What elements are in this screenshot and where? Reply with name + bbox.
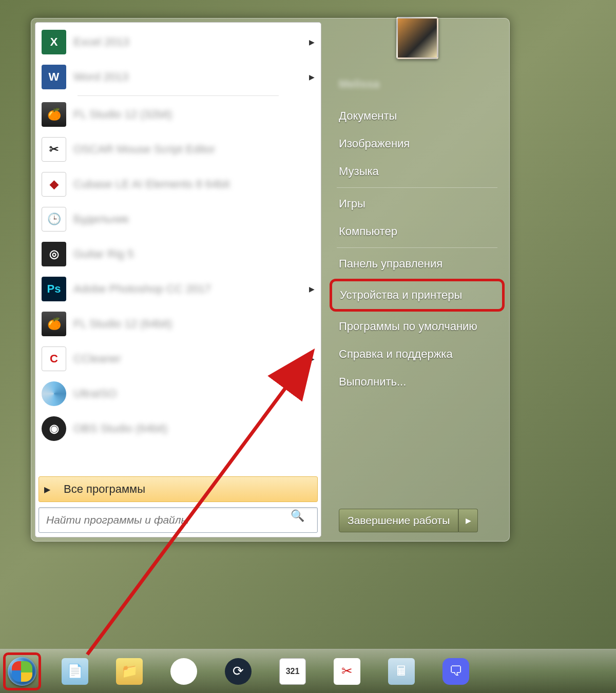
taskbar-app-icon: 📄 — [62, 658, 88, 685]
program-icon: 🍊 — [42, 312, 66, 336]
start-button[interactable] — [3, 652, 41, 690]
nav-pictures[interactable]: Изображения — [329, 130, 506, 158]
separator — [337, 187, 497, 188]
taskbar-app-icon: ✂ — [334, 658, 360, 685]
program-icon: ◎ — [42, 242, 66, 266]
submenu-arrow-icon: ▶ — [309, 38, 315, 46]
prog-word[interactable]: WWord 2013▶ — [36, 60, 320, 94]
shutdown-group: Завершение работы ▶ — [339, 509, 478, 532]
submenu-arrow-icon: ▶ — [309, 285, 315, 293]
program-label: Будильник — [73, 213, 315, 226]
taskbar-app-icon: ⟳ — [225, 658, 252, 685]
start-menu-left-pane: XExcel 2013▶WWord 2013▶🍊FL Studio 12 (32… — [35, 22, 321, 537]
all-programs-button[interactable]: ▶ Все программы — [38, 476, 318, 502]
nav-music[interactable]: Музыка — [329, 158, 506, 185]
prog-ccleaner[interactable]: CCCleaner▶ — [36, 341, 320, 376]
program-label: Adobe Photoshop CC 2017 — [73, 282, 306, 296]
taskbar-app-icon: 321 — [279, 658, 306, 685]
nav-help[interactable]: Справка и поддержка — [329, 340, 506, 368]
program-icon: X — [42, 30, 66, 54]
prog-photoshop[interactable]: PsAdobe Photoshop CC 2017▶ — [36, 272, 320, 306]
all-programs-label: Все программы — [64, 483, 145, 496]
program-icon: 🕒 — [42, 207, 66, 232]
submenu-arrow-icon: ▶ — [309, 355, 315, 363]
program-label: Cubase LE AI Elements 8 64bit — [73, 178, 315, 191]
chevron-right-icon: ▶ — [44, 485, 50, 494]
prog-guitarrig[interactable]: ◎Guitar Rig 5 — [36, 237, 320, 272]
program-label: Guitar Rig 5 — [73, 247, 315, 261]
user-name-label[interactable]: Melissa — [329, 73, 506, 95]
tb-steam[interactable]: ⟳ — [213, 654, 264, 689]
tb-discord[interactable]: 🗨 — [430, 654, 482, 689]
nav-computer[interactable]: Компьютер — [329, 218, 506, 245]
prog-oscar[interactable]: ✂OSCAR Mouse Script Editor — [36, 132, 320, 167]
nav-run[interactable]: Выполнить... — [329, 368, 506, 396]
prog-cubase[interactable]: ◆Cubase LE AI Elements 8 64bit — [36, 167, 320, 202]
program-icon — [42, 381, 66, 406]
search-container: 🔍 — [38, 507, 318, 533]
prog-obs[interactable]: ◉OBS Studio (64bit) — [36, 411, 320, 446]
program-icon: ✂ — [42, 137, 66, 162]
start-menu-right-pane: Melissa ДокументыИзображенияМузыкаИгрыКо… — [329, 22, 506, 537]
separator — [78, 95, 279, 96]
taskbar-app-icon: ◉ — [170, 658, 197, 685]
tb-chrome[interactable]: ◉ — [158, 654, 209, 689]
taskbar-app-icon: 📁 — [116, 658, 143, 685]
program-label: FL Studio 12 (64bit) — [73, 317, 315, 331]
program-icon: W — [42, 65, 66, 89]
program-icon: ◉ — [42, 416, 66, 441]
nav-documents[interactable]: Документы — [329, 102, 506, 130]
program-icon: ◆ — [42, 172, 66, 197]
start-menu: XExcel 2013▶WWord 2013▶🍊FL Studio 12 (32… — [31, 18, 510, 542]
separator — [337, 247, 497, 248]
nav-devices-printers[interactable]: Устройства и принтеры — [330, 279, 505, 312]
tb-snip[interactable]: ✂ — [321, 654, 373, 689]
program-label: UltraISO — [73, 387, 315, 400]
program-icon: 🍊 — [42, 102, 66, 127]
prog-ultraiso[interactable]: UltraISO — [36, 376, 320, 411]
program-label: FL Studio 12 (32bit) — [73, 108, 315, 121]
program-icon: C — [42, 346, 66, 371]
program-label: Word 2013 — [73, 70, 306, 84]
prog-excel[interactable]: XExcel 2013▶ — [36, 25, 320, 60]
prog-alarm[interactable]: 🕒Будильник — [36, 202, 320, 237]
nav-control-panel[interactable]: Панель управления — [329, 250, 506, 278]
shutdown-button[interactable]: Завершение работы — [339, 509, 458, 532]
search-icon[interactable]: 🔍 — [291, 509, 304, 523]
taskbar-app-icon: 🗨 — [442, 658, 469, 685]
taskbar-app-icon: 🖩 — [388, 658, 415, 685]
shutdown-options-button[interactable]: ▶ — [458, 509, 478, 532]
tb-calc[interactable]: 🖩 — [376, 654, 427, 689]
program-label: Excel 2013 — [73, 35, 306, 49]
tb-notepad[interactable]: 📄 — [49, 654, 101, 689]
user-picture[interactable] — [396, 17, 438, 59]
submenu-arrow-icon: ▶ — [309, 73, 315, 81]
tb-mpc[interactable]: 321 — [267, 654, 318, 689]
nav-default-programs[interactable]: Программы по умолчанию — [329, 313, 506, 340]
program-icon: Ps — [42, 277, 66, 301]
tb-explorer[interactable]: 📁 — [104, 654, 155, 689]
search-input[interactable] — [38, 507, 318, 533]
nav-games[interactable]: Игры — [329, 190, 506, 218]
program-label: OBS Studio (64bit) — [73, 422, 315, 435]
program-label: CCleaner — [73, 352, 306, 365]
windows-logo-icon — [8, 657, 36, 686]
program-label: OSCAR Mouse Script Editor — [73, 143, 315, 156]
taskbar: 📄📁◉⟳321✂🖩🗨 — [0, 649, 616, 693]
prog-flstudio32[interactable]: 🍊FL Studio 12 (32bit) — [36, 97, 320, 132]
prog-flstudio64[interactable]: 🍊FL Studio 12 (64bit) — [36, 306, 320, 341]
